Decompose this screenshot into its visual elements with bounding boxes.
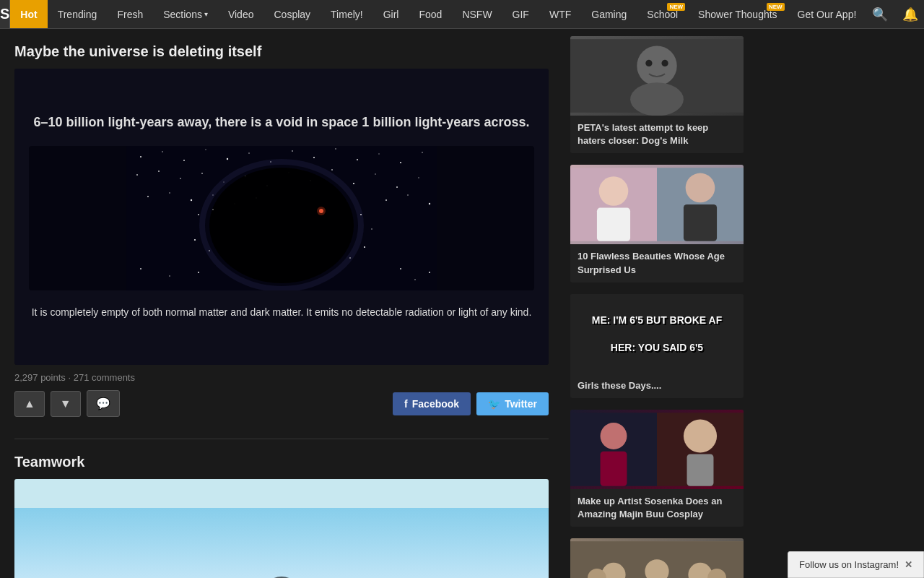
post1-title: Maybe the universe is deleting itself [14,43,549,60]
svg-point-30 [396,186,398,188]
sidebar-card-beauties-image [570,165,744,244]
svg-point-62 [645,60,652,66]
nav-item-fresh[interactable]: Fresh [107,0,153,28]
svg-point-49 [360,214,362,215]
facebook-icon: f [404,398,408,410]
space-image-svg [29,146,534,290]
svg-point-38 [385,199,387,201]
instagram-text: Follow us on Instagram! [799,559,899,570]
new-badge-shower-thoughts: NEW [767,3,785,11]
svg-point-60 [637,46,676,85]
post2-gif-scene: 🐧🐧🐧 GIF [14,508,549,578]
svg-point-53 [140,268,141,269]
svg-point-27 [331,169,333,171]
sidebar-card-peta[interactable]: PETA's latest attempt to keep haters clo… [570,36,744,153]
nav-item-cosplay[interactable]: Cosplay [263,0,321,28]
post1-image-text-top: 6–10 billion light-years away, there is … [34,113,530,131]
nav-item-food[interactable]: Food [409,0,452,28]
svg-point-32 [147,196,149,197]
svg-point-33 [169,192,170,194]
instagram-close-button[interactable]: ✕ [905,559,912,570]
sidebar-card-cosplay-title: Make up Artist Sosenka Does an Amazing M… [570,489,744,527]
sidebar-card-cosplay[interactable]: Make up Artist Sosenka Does an Amazing M… [570,410,744,527]
nav-item-girl[interactable]: Girl [373,0,409,28]
comment-button[interactable]: 💬 [87,390,120,417]
svg-point-12 [313,157,315,158]
post2-title: Teamwork [14,454,549,470]
nav-item-trending[interactable]: Trending [48,0,108,28]
svg-rect-69 [684,204,717,241]
svg-point-44 [317,207,326,215]
sidebar-card-girls[interactable]: ME: I'M 6'5 BUT BROKE AF HER: YOU SAID 6… [570,294,744,398]
svg-point-56 [400,268,401,269]
twitter-icon: 🐦 [488,398,500,410]
sidebar-card-snipers[interactable]: 775 confirmed kills in one photo. Female… [570,538,744,578]
svg-point-34 [191,199,192,201]
svg-point-9 [248,152,250,154]
nav-item-wtf[interactable]: WTF [539,0,581,28]
post-divider [14,439,549,439]
svg-point-19 [158,171,160,172]
search-button[interactable]: 🔍 [866,4,894,25]
sidebar-card-girls-title: Girls these Days.... [570,374,744,398]
svg-point-17 [422,152,423,153]
nav-item-video[interactable]: Video [218,0,264,28]
svg-point-47 [194,239,196,241]
upvote-button[interactable]: ▲ [14,391,45,417]
post1-image-container: 6–10 billion light-years away, there is … [14,69,549,365]
sidebar-card-cosplay-image [570,410,744,489]
svg-point-68 [686,173,715,203]
svg-point-20 [180,178,181,179]
nav-item-sections[interactable]: Sections ▾ [153,0,218,28]
sidebar: PETA's latest attempt to keep haters clo… [563,29,751,578]
svg-point-74 [684,419,717,452]
twitter-share-button[interactable]: 🐦 Twitter [476,392,549,415]
svg-point-7 [205,149,206,150]
post1-comments: 271 comments [74,372,135,383]
new-badge-school: NEW [667,3,685,11]
instagram-banner: Follow us on Instagram! ✕ [788,551,924,578]
chevron-down-icon: ▾ [204,10,208,18]
downvote-button[interactable]: ▼ [51,391,81,417]
svg-point-41 [209,168,354,283]
nav-item-shower-thoughts[interactable]: Shower Thoughts NEW [688,0,787,28]
nav-item-timely[interactable]: Timely! [321,0,373,28]
sidebar-card-snipers-image [570,538,744,578]
svg-rect-75 [687,454,714,486]
nav-item-gif[interactable]: GIF [502,0,539,28]
nav-item-school[interactable]: School NEW [637,0,688,28]
post1-meta: 2,297 points · 271 comments [14,372,549,383]
main-feed: Maybe the universe is deleting itself 6–… [0,29,563,578]
svg-point-28 [353,183,354,184]
sidebar-card-beauties-title: 10 Flawless Beauties Whose Age Surprised… [570,244,744,282]
svg-rect-67 [597,208,630,241]
meme-text-line1: ME: I'M 6'5 BUT BROKE AF [585,306,729,334]
svg-point-18 [136,174,138,176]
post2-image-container: 🐧🐧🐧 GIF [14,479,549,578]
meme-text-line2: HER: YOU SAID 6'5 [603,334,710,361]
navbar: S Hot Trending Fresh Sections ▾ Video Co… [0,0,924,29]
svg-point-13 [335,148,336,150]
svg-point-63 [661,60,668,66]
svg-point-5 [162,151,163,152]
svg-point-29 [375,173,376,175]
svg-point-40 [429,203,430,204]
nav-item-hot[interactable]: Hot [10,0,47,28]
site-logo[interactable]: S [0,0,10,28]
svg-point-6 [183,160,185,161]
svg-point-52 [349,257,351,259]
facebook-share-button[interactable]: f Facebook [393,392,471,415]
nav-item-get-app[interactable]: Get Our App! [788,0,867,28]
post1-image: 6–10 billion light-years away, there is … [14,69,549,365]
post1-actions: ▲ ▼ 💬 f Facebook 🐦 Twitter [14,390,549,417]
sidebar-card-beauties[interactable]: 10 Flawless Beauties Whose Age Surprised… [570,165,744,282]
svg-point-14 [357,159,358,160]
post1-image-text-bottom: It is completely empty of both normal ma… [32,305,532,320]
notifications-button[interactable]: 🔔 [897,4,924,25]
svg-point-57 [414,279,416,280]
nav-item-gaming[interactable]: Gaming [581,0,637,28]
sidebar-card-girls-image: ME: I'M 6'5 BUT BROKE AF HER: YOU SAID 6… [570,294,744,374]
nav-item-nsfw[interactable]: NSFW [452,0,502,28]
svg-point-16 [400,162,401,163]
svg-point-72 [601,423,627,449]
